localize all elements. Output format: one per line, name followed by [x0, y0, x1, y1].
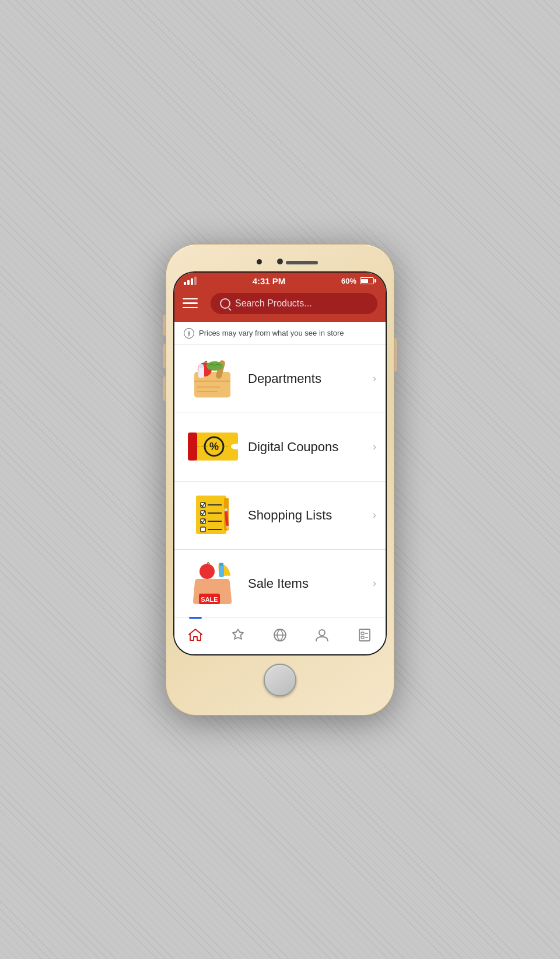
- menu-item-departments[interactable]: Departments ›: [174, 345, 386, 413]
- svg-rect-29: [219, 563, 223, 566]
- hamburger-line-3: [183, 307, 198, 309]
- phone-screen: 4:31 PM 60% S: [173, 271, 387, 655]
- phone-bottom: [173, 655, 387, 699]
- departments-icon-wrap: [184, 355, 242, 402]
- search-icon: [220, 298, 230, 309]
- front-camera: [257, 259, 262, 264]
- app-header: Search Products...: [174, 288, 386, 322]
- phone-speaker: [286, 261, 318, 264]
- signal-bar-2: [187, 280, 190, 285]
- shopping-list-icon: [191, 492, 235, 539]
- shopping-list-icon-wrap: [184, 492, 242, 539]
- phone-frame: 4:31 PM 60% S: [166, 245, 394, 715]
- search-bar[interactable]: Search Products...: [211, 293, 377, 314]
- coupons-chevron: ›: [373, 441, 376, 453]
- sale-items-label: Sale Items: [248, 576, 368, 591]
- status-right: 60%: [341, 277, 376, 285]
- search-handle: [228, 308, 232, 311]
- phone-top: [173, 255, 387, 271]
- signal-bar-1: [184, 282, 186, 285]
- shopping-lists-label: Shopping Lists: [248, 508, 368, 523]
- signal-strength: [184, 277, 197, 285]
- menu-item-sale-items[interactable]: SALE Sale Items ›: [174, 550, 386, 618]
- lists-icon: [357, 627, 372, 643]
- battery-tip: [374, 279, 376, 283]
- home-button[interactable]: [264, 664, 296, 696]
- coupon-icon-wrap: %: [184, 424, 242, 470]
- sale-bag-icon: SALE: [188, 559, 238, 608]
- account-icon: [314, 627, 330, 643]
- info-message: Prices may vary from what you see in sto…: [199, 329, 344, 337]
- nav-deals[interactable]: [223, 625, 253, 645]
- departments-chevron: ›: [373, 372, 376, 385]
- battery-body: [360, 277, 374, 284]
- hamburger-line-1: [183, 298, 198, 300]
- shopping-lists-chevron: ›: [373, 509, 376, 521]
- svg-rect-10: [188, 433, 197, 461]
- status-time: 4:31 PM: [253, 276, 286, 286]
- svg-rect-8: [199, 364, 204, 368]
- menu-list: Departments ›: [174, 345, 386, 618]
- svg-point-27: [200, 564, 215, 579]
- battery-icon: [360, 277, 376, 284]
- side-buttons-left: [163, 315, 166, 401]
- sale-items-chevron: ›: [373, 577, 376, 590]
- digital-coupons-label: Digital Coupons: [248, 440, 368, 455]
- hamburger-button[interactable]: [183, 293, 204, 314]
- search-placeholder: Search Products...: [235, 298, 312, 309]
- battery-percent: 60%: [341, 277, 356, 285]
- svg-rect-26: [224, 508, 227, 511]
- svg-rect-35: [359, 629, 370, 641]
- sale-icon-wrap: SALE: [184, 560, 242, 607]
- hamburger-line-2: [183, 302, 198, 304]
- nav-account[interactable]: [307, 625, 337, 645]
- nav-lists[interactable]: [350, 625, 379, 645]
- coupon-icon: %: [187, 428, 239, 466]
- svg-text:SALE: SALE: [201, 596, 218, 603]
- home-icon: [188, 627, 203, 643]
- svg-point-34: [319, 630, 325, 636]
- battery-fill: [361, 279, 368, 283]
- shop-icon: [272, 627, 288, 643]
- menu-item-digital-coupons[interactable]: % Digital Coupons ›: [174, 413, 386, 482]
- deals-icon: [230, 627, 246, 643]
- grocery-bag-icon: [188, 355, 238, 402]
- info-icon: i: [184, 328, 194, 339]
- svg-rect-38: [361, 636, 364, 639]
- side-button-right: [394, 338, 397, 372]
- status-bar: 4:31 PM 60%: [174, 273, 386, 288]
- info-bar: i Prices may vary from what you see in s…: [174, 322, 386, 345]
- signal-bar-3: [191, 278, 193, 285]
- svg-text:%: %: [209, 441, 219, 452]
- svg-rect-28: [219, 564, 224, 577]
- nav-shop[interactable]: [265, 625, 295, 645]
- menu-item-shopping-lists[interactable]: Shopping Lists ›: [174, 482, 386, 550]
- svg-rect-22: [201, 527, 205, 532]
- rear-camera: [277, 259, 283, 264]
- departments-label: Departments: [248, 371, 368, 386]
- signal-bar-4: [194, 277, 197, 285]
- nav-home[interactable]: [181, 625, 210, 645]
- bottom-nav: [174, 618, 386, 654]
- svg-rect-36: [361, 632, 364, 634]
